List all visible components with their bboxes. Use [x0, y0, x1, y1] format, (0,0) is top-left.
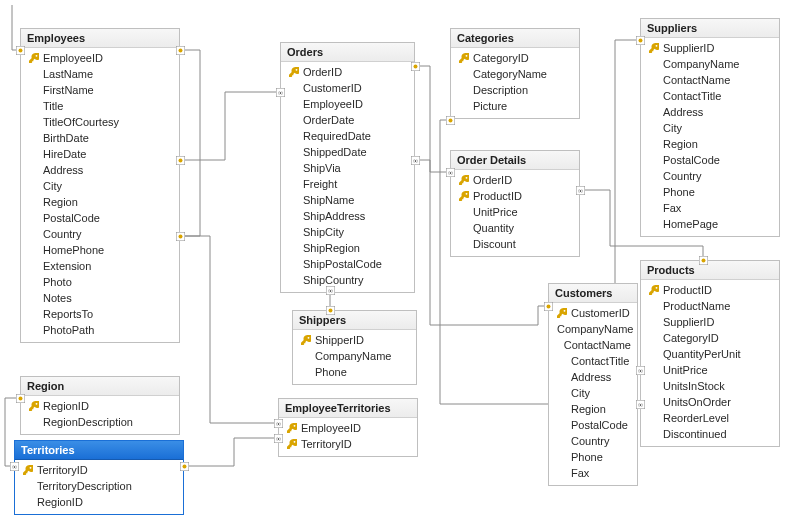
table-header[interactable]: Products [641, 261, 779, 280]
table-header[interactable]: Shippers [293, 311, 416, 330]
column-row[interactable]: UnitsOnOrder [641, 394, 779, 410]
column-row[interactable]: ShipVia [281, 160, 414, 176]
table-region[interactable]: RegionRegionIDRegionDescription [20, 376, 180, 435]
column-row[interactable]: ShipCity [281, 224, 414, 240]
column-row[interactable]: Freight [281, 176, 414, 192]
column-row[interactable]: Photo [21, 274, 179, 290]
column-row[interactable]: Country [549, 433, 637, 449]
column-row[interactable]: ShipPostalCode [281, 256, 414, 272]
column-row[interactable]: HomePage [641, 216, 779, 232]
column-row[interactable]: Picture [451, 98, 579, 114]
column-row[interactable]: ShippedDate [281, 144, 414, 160]
column-row[interactable]: PostalCode [641, 152, 779, 168]
column-row[interactable]: CategoryID [451, 50, 579, 66]
column-row[interactable]: RegionDescription [21, 414, 179, 430]
column-row[interactable]: Address [21, 162, 179, 178]
column-row[interactable]: Country [641, 168, 779, 184]
column-row[interactable]: CategoryID [641, 330, 779, 346]
column-row[interactable]: ShipName [281, 192, 414, 208]
column-row[interactable]: Fax [549, 465, 637, 481]
column-row[interactable]: Extension [21, 258, 179, 274]
column-row[interactable]: City [21, 178, 179, 194]
column-row[interactable]: ShipRegion [281, 240, 414, 256]
column-row[interactable]: CategoryName [451, 66, 579, 82]
column-row[interactable]: SupplierID [641, 40, 779, 56]
column-row[interactable]: HireDate [21, 146, 179, 162]
column-row[interactable]: SupplierID [641, 314, 779, 330]
column-row[interactable]: HomePhone [21, 242, 179, 258]
column-row[interactable]: ShipAddress [281, 208, 414, 224]
column-row[interactable]: TerritoryDescription [15, 478, 183, 494]
column-row[interactable]: Phone [641, 184, 779, 200]
column-row[interactable]: Address [641, 104, 779, 120]
column-row[interactable]: Phone [293, 364, 416, 380]
column-row[interactable]: UnitPrice [451, 204, 579, 220]
column-row[interactable]: Region [641, 136, 779, 152]
column-row[interactable]: ContactName [549, 337, 637, 353]
column-row[interactable]: City [549, 385, 637, 401]
column-row[interactable]: CustomerID [281, 80, 414, 96]
column-row[interactable]: OrderID [451, 172, 579, 188]
table-header[interactable]: Suppliers [641, 19, 779, 38]
column-row[interactable]: BirthDate [21, 130, 179, 146]
column-row[interactable]: ContactName [641, 72, 779, 88]
table-orderdetails[interactable]: Order DetailsOrderIDProductIDUnitPriceQu… [450, 150, 580, 257]
column-row[interactable]: RegionID [15, 494, 183, 510]
column-row[interactable]: ShipperID [293, 332, 416, 348]
table-header[interactable]: Territories [15, 441, 183, 460]
column-row[interactable]: RegionID [21, 398, 179, 414]
column-row[interactable]: UnitsInStock [641, 378, 779, 394]
column-row[interactable]: CompanyName [549, 321, 637, 337]
column-row[interactable]: OrderDate [281, 112, 414, 128]
table-shippers[interactable]: ShippersShipperIDCompanyNamePhone [292, 310, 417, 385]
column-row[interactable]: City [641, 120, 779, 136]
column-row[interactable]: ReportsTo [21, 306, 179, 322]
column-row[interactable]: UnitPrice [641, 362, 779, 378]
column-row[interactable]: PostalCode [21, 210, 179, 226]
column-row[interactable]: CompanyName [641, 56, 779, 72]
column-row[interactable]: QuantityPerUnit [641, 346, 779, 362]
table-territories[interactable]: TerritoriesTerritoryIDTerritoryDescripti… [14, 440, 184, 515]
table-header[interactable]: Region [21, 377, 179, 396]
table-header[interactable]: Employees [21, 29, 179, 48]
table-header[interactable]: Orders [281, 43, 414, 62]
column-row[interactable]: OrderID [281, 64, 414, 80]
column-row[interactable]: TerritoryID [279, 436, 417, 452]
table-categories[interactable]: CategoriesCategoryIDCategoryNameDescript… [450, 28, 580, 119]
column-row[interactable]: ShipCountry [281, 272, 414, 288]
column-row[interactable]: Notes [21, 290, 179, 306]
column-row[interactable]: Quantity [451, 220, 579, 236]
column-row[interactable]: Phone [549, 449, 637, 465]
table-orders[interactable]: OrdersOrderIDCustomerIDEmployeeIDOrderDa… [280, 42, 415, 293]
column-row[interactable]: Region [21, 194, 179, 210]
column-row[interactable]: Address [549, 369, 637, 385]
column-row[interactable]: TerritoryID [15, 462, 183, 478]
column-row[interactable]: Title [21, 98, 179, 114]
column-row[interactable]: ProductID [641, 282, 779, 298]
column-row[interactable]: ContactTitle [641, 88, 779, 104]
column-row[interactable]: ContactTitle [549, 353, 637, 369]
table-employeeterritories[interactable]: EmployeeTerritoriesEmployeeIDTerritoryID [278, 398, 418, 457]
column-row[interactable]: LastName [21, 66, 179, 82]
column-row[interactable]: ReorderLevel [641, 410, 779, 426]
column-row[interactable]: Region [549, 401, 637, 417]
column-row[interactable]: EmployeeID [21, 50, 179, 66]
column-row[interactable]: Country [21, 226, 179, 242]
column-row[interactable]: PostalCode [549, 417, 637, 433]
table-products[interactable]: ProductsProductIDProductNameSupplierIDCa… [640, 260, 780, 447]
column-row[interactable]: RequiredDate [281, 128, 414, 144]
column-row[interactable]: CustomerID [549, 305, 637, 321]
table-employees[interactable]: EmployeesEmployeeIDLastNameFirstNameTitl… [20, 28, 180, 343]
table-suppliers[interactable]: SuppliersSupplierIDCompanyNameContactNam… [640, 18, 780, 237]
column-row[interactable]: EmployeeID [279, 420, 417, 436]
table-header[interactable]: Categories [451, 29, 579, 48]
table-header[interactable]: EmployeeTerritories [279, 399, 417, 418]
column-row[interactable]: ProductID [451, 188, 579, 204]
column-row[interactable]: CompanyName [293, 348, 416, 364]
column-row[interactable]: Discount [451, 236, 579, 252]
column-row[interactable]: Discontinued [641, 426, 779, 442]
column-row[interactable]: Description [451, 82, 579, 98]
column-row[interactable]: Fax [641, 200, 779, 216]
column-row[interactable]: EmployeeID [281, 96, 414, 112]
table-header[interactable]: Order Details [451, 151, 579, 170]
